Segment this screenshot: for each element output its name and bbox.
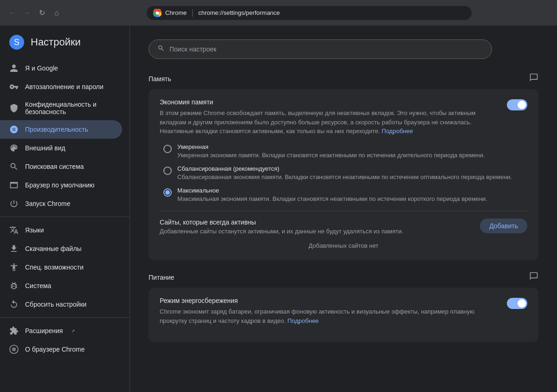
sidebar-item-appearance[interactable]: Внешний вид xyxy=(0,139,122,157)
sidebar-label-me-google: Я и Google xyxy=(25,64,58,72)
radio-maximum-title: Максимальное xyxy=(177,187,487,194)
memory-section-title: Память xyxy=(149,75,171,83)
refresh-icon xyxy=(9,300,19,309)
sidebar-item-extensions[interactable]: Расширения ↗ xyxy=(0,321,122,340)
memory-saving-toggle[interactable] xyxy=(507,99,527,110)
content-area: Память Экономия памяти В этом режиме Chr… xyxy=(130,26,557,392)
browser-icon xyxy=(9,180,19,190)
settings-logo-icon: S xyxy=(9,35,24,50)
radio-maximum-desc: Максимальная экономия памяти. Вкладки ст… xyxy=(177,195,487,203)
toggle-knob xyxy=(518,101,526,109)
browser-chrome: ← → ↻ ⌂ Chrome chrome://settings/perform… xyxy=(0,0,557,26)
person-icon xyxy=(9,64,19,73)
memory-feedback-icon[interactable] xyxy=(529,73,538,84)
search-icon xyxy=(157,45,165,54)
sidebar-item-me-google[interactable]: Я и Google xyxy=(0,59,122,77)
radio-option-balanced[interactable]: Сбалансированная (рекомендуется) Сбаланс… xyxy=(160,165,527,181)
memory-radio-options: Умеренная Умеренная экономия памяти. Вкл… xyxy=(160,143,527,204)
search-input[interactable] xyxy=(169,45,483,53)
sidebar-item-languages[interactable]: Языки xyxy=(0,221,122,239)
back-button[interactable]: ← xyxy=(6,6,19,19)
memory-card: Экономия памяти В этом режиме Chrome осв… xyxy=(149,89,538,260)
key-icon xyxy=(9,82,19,91)
search-bar[interactable] xyxy=(149,39,492,59)
sidebar-item-search[interactable]: Поисковая система xyxy=(0,157,122,176)
sidebar-label-launch: Запуск Chrome xyxy=(25,200,70,207)
energy-saving-desc: Chrome экономит заряд батареи, ограничив… xyxy=(160,307,498,325)
sidebar-label-downloads: Скачанные файлы xyxy=(25,245,82,252)
sidebar-divider-1 xyxy=(0,217,130,217)
no-sites-message: Добавленных сайтов нет xyxy=(160,235,527,251)
sidebar-label-languages: Языки xyxy=(25,226,44,234)
energy-toggle-knob xyxy=(518,299,526,308)
svg-point-5 xyxy=(12,347,16,351)
sidebar: S Настройки Я и Google Автозаполнение и … xyxy=(0,26,130,392)
radio-option-moderate[interactable]: Умеренная Умеренная экономия памяти. Вкл… xyxy=(160,143,527,160)
address-bar[interactable]: Chrome chrome://settings/performance xyxy=(147,6,472,20)
sidebar-item-performance[interactable]: Производительность xyxy=(0,120,122,139)
always-active-sites-row: Сайты, которые всегда активны Добавленны… xyxy=(160,211,527,235)
sidebar-label-system: Система xyxy=(25,282,51,289)
sites-title: Сайты, которые всегда активны xyxy=(160,218,403,226)
radio-balanced-labels: Сбалансированная (рекомендуется) Сбаланс… xyxy=(177,165,512,181)
extensions-icon xyxy=(9,326,19,335)
radio-balanced-title: Сбалансированная (рекомендуется) xyxy=(177,165,512,172)
sidebar-divider-2 xyxy=(0,317,130,318)
energy-saving-toggle[interactable] xyxy=(507,298,527,309)
power-card: Режим энергосбережения Chrome экономит з… xyxy=(149,288,538,342)
memory-saving-content: Экономия памяти В этом режиме Chrome осв… xyxy=(160,98,498,136)
settings-title: Настройки xyxy=(31,36,81,48)
chrome-about-icon xyxy=(9,345,19,354)
home-button[interactable]: ⌂ xyxy=(50,6,63,19)
memory-saving-learn-more[interactable]: Подробнее xyxy=(382,128,413,135)
sidebar-item-system[interactable]: Система xyxy=(0,276,122,295)
sidebar-label-search: Поисковая система xyxy=(25,163,84,170)
svg-text:S: S xyxy=(14,38,19,47)
sidebar-label-appearance: Внешний вид xyxy=(25,144,65,152)
sidebar-item-accessibility[interactable]: Спец. возможности xyxy=(0,258,122,276)
sidebar-item-privacy[interactable]: Конфиденциальность и безопасность xyxy=(0,96,122,120)
svg-point-1 xyxy=(155,11,159,14)
radio-balanced-desc: Сбалансированная экономия памяти. Вкладк… xyxy=(177,173,512,181)
sidebar-label-privacy: Конфиденциальность и безопасность xyxy=(25,101,113,116)
address-divider xyxy=(192,9,193,17)
sidebar-item-about[interactable]: О браузере Chrome xyxy=(0,340,122,359)
sidebar-item-downloads[interactable]: Скачанные файлы xyxy=(0,239,122,258)
chrome-logo-icon xyxy=(153,9,162,17)
memory-saving-title: Экономия памяти xyxy=(160,98,498,106)
accessibility-icon xyxy=(9,263,19,272)
sidebar-item-launch[interactable]: Запуск Chrome xyxy=(0,194,122,213)
radio-moderate-desc: Умеренная экономия памяти. Вкладки стано… xyxy=(177,151,485,160)
power-section-header: Питание xyxy=(149,271,538,283)
sidebar-label-extensions: Расширения xyxy=(25,327,63,334)
sidebar-item-reset[interactable]: Сбросить настройки xyxy=(0,295,122,314)
forward-button[interactable]: → xyxy=(20,6,33,19)
tab-label: Chrome xyxy=(165,9,187,16)
radio-option-maximum[interactable]: Максимальное Максимальная экономия памят… xyxy=(160,187,527,203)
sidebar-header: S Настройки xyxy=(0,35,130,59)
sidebar-item-autofill[interactable]: Автозаполнение и пароли xyxy=(0,77,122,96)
speed-icon xyxy=(9,125,19,134)
memory-section-header: Память xyxy=(149,73,538,84)
sites-content: Сайты, которые всегда активны Добавленны… xyxy=(160,218,403,235)
reload-button[interactable]: ↻ xyxy=(35,6,48,19)
radio-moderate[interactable] xyxy=(163,145,172,153)
sidebar-label-about: О браузере Chrome xyxy=(25,346,85,353)
power-section-title: Питание xyxy=(149,274,174,281)
main-layout: S Настройки Я и Google Автозаполнение и … xyxy=(0,26,557,392)
radio-maximum-labels: Максимальное Максимальная экономия памят… xyxy=(177,187,487,203)
radio-balanced[interactable] xyxy=(163,167,172,175)
energy-saving-learn-more[interactable]: Подробнее xyxy=(287,317,318,324)
shield-icon xyxy=(9,103,19,113)
add-site-button[interactable]: Добавить xyxy=(480,218,527,233)
energy-saving-content: Режим энергосбережения Chrome экономит з… xyxy=(160,297,498,325)
energy-saving-title: Режим энергосбережения xyxy=(160,297,498,304)
nav-buttons: ← → ↻ ⌂ xyxy=(6,6,63,19)
power-feedback-icon[interactable] xyxy=(529,271,538,283)
palette-icon xyxy=(9,143,19,153)
sidebar-item-browser-default[interactable]: Браузер по умолчанию xyxy=(0,176,122,194)
radio-maximum[interactable] xyxy=(163,188,172,197)
power-icon xyxy=(9,199,19,208)
address-url: chrome://settings/performance xyxy=(198,9,465,16)
radio-moderate-title: Умеренная xyxy=(177,143,485,150)
